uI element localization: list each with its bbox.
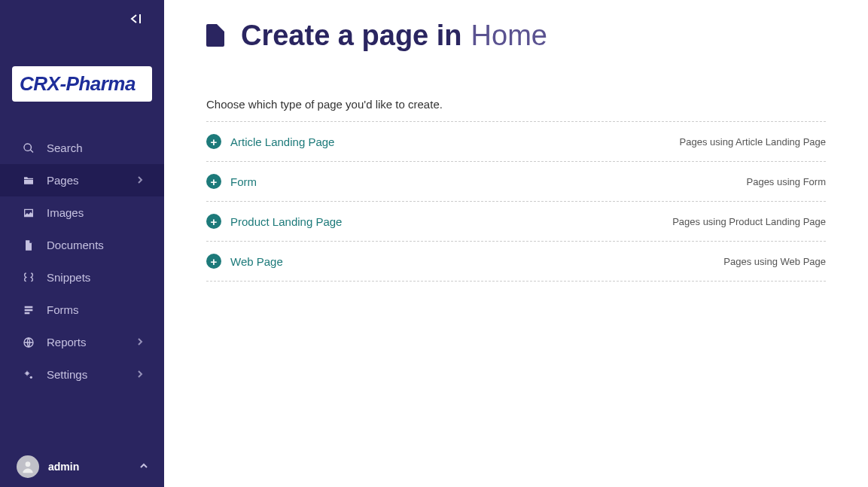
chevron-right-icon xyxy=(137,370,143,379)
document-icon xyxy=(206,24,224,47)
page-type-row: +Article Landing PagePages using Article… xyxy=(206,122,826,162)
sidebar-item-search[interactable]: Search xyxy=(0,132,164,164)
page-type-link[interactable]: Web Page xyxy=(230,255,283,268)
parent-page-name: Home xyxy=(471,21,547,50)
chevron-right-icon xyxy=(137,176,143,185)
page-type-usage-link[interactable]: Pages using Article Landing Page xyxy=(680,136,826,148)
page-type-row: +Product Landing PagePages using Product… xyxy=(206,202,826,242)
add-icon[interactable]: + xyxy=(206,254,221,269)
page-type-list: +Article Landing PagePages using Article… xyxy=(206,121,826,282)
page-type-link[interactable]: Product Landing Page xyxy=(230,215,342,228)
page-type-usage-link[interactable]: Pages using Form xyxy=(747,176,827,187)
add-icon[interactable]: + xyxy=(206,214,221,229)
add-icon[interactable]: + xyxy=(206,134,221,149)
sidebar-item-settings[interactable]: Settings xyxy=(0,358,164,391)
search-icon xyxy=(21,142,36,154)
image-icon xyxy=(21,207,36,219)
svg-point-3 xyxy=(26,461,31,467)
cogs-icon xyxy=(21,369,36,381)
chevron-right-icon xyxy=(137,338,143,347)
svg-point-2 xyxy=(30,376,32,378)
sidebar-item-label: Reports xyxy=(47,336,87,349)
collapse-sidebar-button[interactable] xyxy=(129,14,143,27)
sidebar-item-label: Search xyxy=(47,142,83,154)
page-subtitle: Choose which type of page you'd like to … xyxy=(206,98,826,111)
collapse-icon xyxy=(129,14,143,24)
sidebar-item-images[interactable]: Images xyxy=(0,196,164,229)
sidebar-item-label: Settings xyxy=(47,368,87,381)
page-title: Create a page in Home xyxy=(206,21,826,50)
folder-icon xyxy=(21,175,36,187)
user-menu[interactable]: admin xyxy=(0,446,164,487)
page-type-link[interactable]: Article Landing Page xyxy=(230,135,334,148)
page-type-usage-link[interactable]: Pages using Product Landing Page xyxy=(672,216,826,227)
user-name: admin xyxy=(48,461,79,473)
title-prefix: Create a page in xyxy=(241,21,462,50)
logo[interactable]: CRX-Pharma xyxy=(12,66,152,102)
sidebar-item-label: Snippets xyxy=(47,271,90,284)
sidebar-item-label: Forms xyxy=(47,303,79,316)
sidebar-item-label: Documents xyxy=(47,239,104,251)
page-type-row: +Web PagePages using Web Page xyxy=(206,242,826,282)
nav-list: SearchPagesImagesDocumentsSnippetsFormsR… xyxy=(0,132,164,446)
sidebar-item-snippets[interactable]: Snippets xyxy=(0,261,164,294)
form-icon xyxy=(21,304,36,316)
chevron-up-icon xyxy=(140,462,148,471)
avatar xyxy=(17,455,39,478)
sidebar-item-label: Images xyxy=(47,206,84,219)
sidebar-item-label: Pages xyxy=(47,174,79,187)
page-type-usage-link[interactable]: Pages using Web Page xyxy=(723,256,826,267)
sidebar-item-forms[interactable]: Forms xyxy=(0,294,164,326)
page-type-row: +FormPages using Form xyxy=(206,162,826,202)
add-icon[interactable]: + xyxy=(206,174,221,189)
sidebar-item-pages[interactable]: Pages xyxy=(0,164,164,196)
page-type-link[interactable]: Form xyxy=(230,175,257,188)
main-content: Create a page in Home Choose which type … xyxy=(164,0,868,487)
globe-icon xyxy=(21,336,36,349)
sidebar-item-documents[interactable]: Documents xyxy=(0,229,164,261)
sidebar-item-reports[interactable]: Reports xyxy=(0,326,164,358)
snippets-icon xyxy=(21,272,36,284)
sidebar: CRX-Pharma SearchPagesImagesDocumentsSni… xyxy=(0,0,164,487)
file-icon xyxy=(21,239,36,251)
